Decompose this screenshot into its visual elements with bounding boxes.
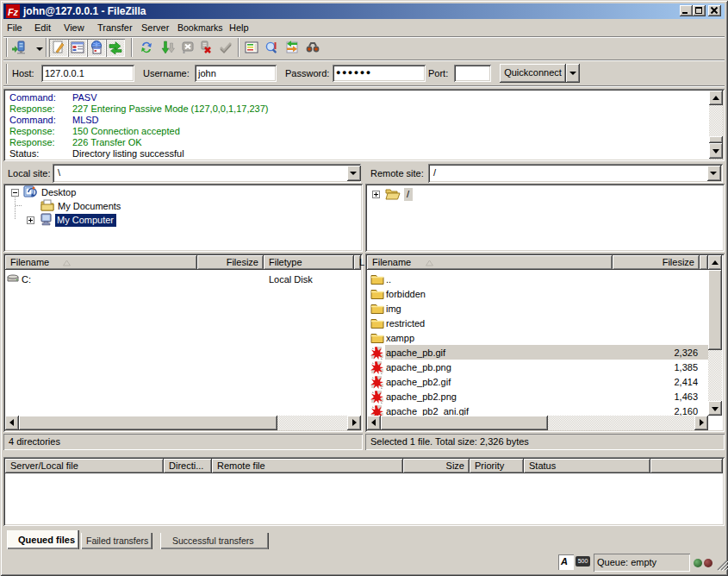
svg-text:Fz: Fz xyxy=(8,7,19,17)
